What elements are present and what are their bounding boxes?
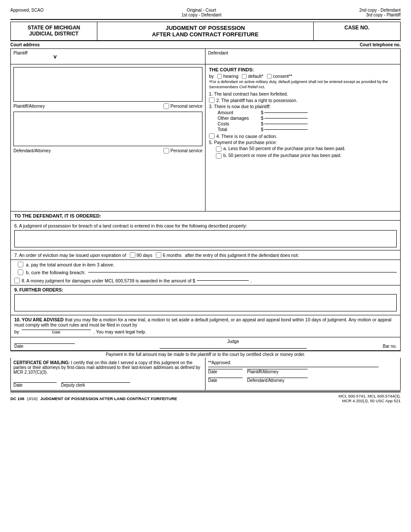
footer-ref2: MCR 4.202(J), 50 USC App 521 xyxy=(339,398,401,403)
find4-checkbox[interactable] xyxy=(209,133,215,139)
footer-ref1: MCL 600.5741, MCL 600.5744(3), xyxy=(339,394,401,398)
find5b-checkbox[interactable] xyxy=(216,153,222,159)
caseno-label: CASE NO. xyxy=(318,25,396,31)
consent-label: consent** xyxy=(273,74,292,79)
approved-label: Approved, SCAO xyxy=(10,8,44,13)
barno-label: Bar no. xyxy=(383,344,397,349)
costs-label: Costs xyxy=(218,121,261,126)
find5a-checkbox[interactable] xyxy=(216,146,222,152)
item7-6months: 6 months xyxy=(156,252,181,258)
copy-right1: 2nd copy - Defendant xyxy=(359,8,401,13)
find2: 2. The plaintiff has a right to possessi… xyxy=(209,97,397,103)
footer-form-date: (3/16) xyxy=(27,396,38,401)
item10-bold: 10. YOU ARE ADVISED xyxy=(14,317,64,322)
property-description-box[interactable] xyxy=(14,230,397,247)
hearing-checkbox[interactable] xyxy=(217,74,222,79)
total-line xyxy=(264,129,308,130)
state-block: STATE OF MICHIGAN JUDICIAL DISTRICT xyxy=(11,22,97,40)
other-damages-label: Other damages xyxy=(218,115,261,121)
hearing-label: hearing xyxy=(223,74,238,79)
item7a-checkbox[interactable] xyxy=(18,262,23,267)
find1: 1. The land contract has been forfeited. xyxy=(209,91,397,96)
item8-amount-line xyxy=(197,280,249,281)
total-label: Total xyxy=(218,127,261,132)
item10-text: that you may file a motion for a new tri… xyxy=(14,317,392,327)
cert-deputy-label: Deputy clerk xyxy=(61,383,202,388)
caseno-block: CASE NO. xyxy=(314,22,400,40)
item7-text-after: after the entry of this judgment if the … xyxy=(185,253,299,258)
find5: 5. Payment of the purchase price: xyxy=(209,140,397,145)
consent-checkbox-item: consent** xyxy=(267,74,292,79)
amount-line xyxy=(264,112,308,113)
copy-line2: 1st copy - Defendant xyxy=(181,13,221,17)
cert-plaintiff-atty-label: Plaintiff/Attorney xyxy=(247,369,398,374)
cert-date-label1: Date xyxy=(13,383,57,388)
cert-bold: CERTIFICATE OF MAILING: xyxy=(13,360,70,365)
footer-form-code: DC 106 xyxy=(10,396,24,401)
further-orders-box[interactable] xyxy=(14,294,397,311)
defendant-address-box[interactable] xyxy=(13,112,202,146)
item7a-text: a. pay the total amount due in item 3 ab… xyxy=(26,262,114,267)
amount-label: Amount xyxy=(218,110,261,115)
other-damages-line xyxy=(264,118,308,119)
item7-row: 7. An order of eviction may be issued up… xyxy=(14,252,397,258)
ordered-heading: TO THE DEFENDANT, IT IS ORDERED: xyxy=(14,213,101,218)
title-line1: JUDGMENT OF POSSESSION xyxy=(102,25,309,31)
cert-approved-label: **Approved: xyxy=(208,360,398,365)
title-line2: AFTER LAND CONTRACT FORFEITURE xyxy=(102,31,309,38)
consent-checkbox[interactable] xyxy=(267,74,272,79)
judge-label: Judge xyxy=(227,339,239,344)
defendant-personal-service-checkbox[interactable] xyxy=(164,148,169,154)
item8-checkbox[interactable] xyxy=(14,278,20,283)
item7-text-before: 7. An order of eviction may be issued up… xyxy=(14,253,126,258)
cert-date-label2: Date xyxy=(208,369,243,374)
item7-90days-checkbox[interactable] xyxy=(130,252,135,258)
hearing-checkbox-item: hearing xyxy=(217,74,238,79)
plaintiff-address-box[interactable] xyxy=(13,67,202,102)
item7-90days: 90 days xyxy=(130,252,153,258)
copy-right2: 3rd copy - Plaintiff xyxy=(359,13,401,17)
defendant-personal-service: Personal service xyxy=(164,148,202,154)
item9-heading: 9. FURTHER ORDERS: xyxy=(14,287,63,292)
plaintiff-atty-label: Plaintiff/Attorney xyxy=(13,104,45,109)
plaintiff-personal-service-checkbox[interactable] xyxy=(164,103,169,109)
center-copies: Original - Court 1st copy - Defendant xyxy=(181,8,221,17)
breach-line xyxy=(88,272,397,272)
item7b-checkbox[interactable] xyxy=(18,269,23,275)
default-checkbox[interactable] xyxy=(242,74,247,79)
find4: 4. There is no cause of action. xyxy=(209,133,397,139)
copy-line1: Original - Court xyxy=(181,8,221,13)
bottom-date-label: Date xyxy=(14,344,75,349)
default-label: default* xyxy=(248,74,263,79)
by-label: by xyxy=(209,74,214,79)
default-checkbox-item: default* xyxy=(242,74,263,79)
cert-defendant-atty-label: Defendant/Attorney xyxy=(247,378,398,383)
plaintiff-label: Plaintiff xyxy=(13,51,28,55)
find2-checkbox[interactable] xyxy=(209,97,215,103)
right-copies: 2nd copy - Defendant 3rd copy - Plaintif… xyxy=(359,8,401,17)
item7-6months-checkbox[interactable] xyxy=(156,252,161,258)
state-line1: STATE OF MICHIGAN xyxy=(15,25,93,31)
military-note: *For a defendant on active military duty… xyxy=(209,80,397,90)
footer-form-title: JUDGMENT OF POSSESSION AFTER LAND CONTRA… xyxy=(40,396,177,401)
v-label: v xyxy=(54,53,57,60)
item10-suffix: . You may want legal help. xyxy=(93,329,146,334)
payment-note: Payment in the full amount may be made t… xyxy=(10,351,401,358)
cert-date-label3: Date xyxy=(208,378,243,383)
item10-date-label: Date xyxy=(52,330,61,334)
find3: 3. There is now due to plaintiff: xyxy=(209,104,397,109)
form-title-block: JUDGMENT OF POSSESSION AFTER LAND CONTRA… xyxy=(97,22,314,40)
court-address-label: Court address xyxy=(10,42,40,47)
cert-approved-line xyxy=(208,367,379,367)
find5b: b. 50 percent or more of the purchase pr… xyxy=(216,153,397,159)
plaintiff-personal-service: Personal service xyxy=(164,103,202,109)
find5a: a. Less than 50 percent of the purchase … xyxy=(216,146,397,152)
court-telephone-label: Court telephone no. xyxy=(360,42,401,47)
item6-text: 6. A judgment of possession for breach o… xyxy=(14,223,397,228)
defendant-atty-label: Defendant/Attorney xyxy=(13,148,51,153)
defendant-label: Defendant xyxy=(208,51,228,55)
court-finds-heading: THE COURT FINDS: xyxy=(209,67,397,72)
costs-line xyxy=(264,124,308,124)
state-line2: JUDICIAL DISTRICT xyxy=(15,31,93,37)
item7b-text: b. cure the following breach: xyxy=(26,270,86,275)
